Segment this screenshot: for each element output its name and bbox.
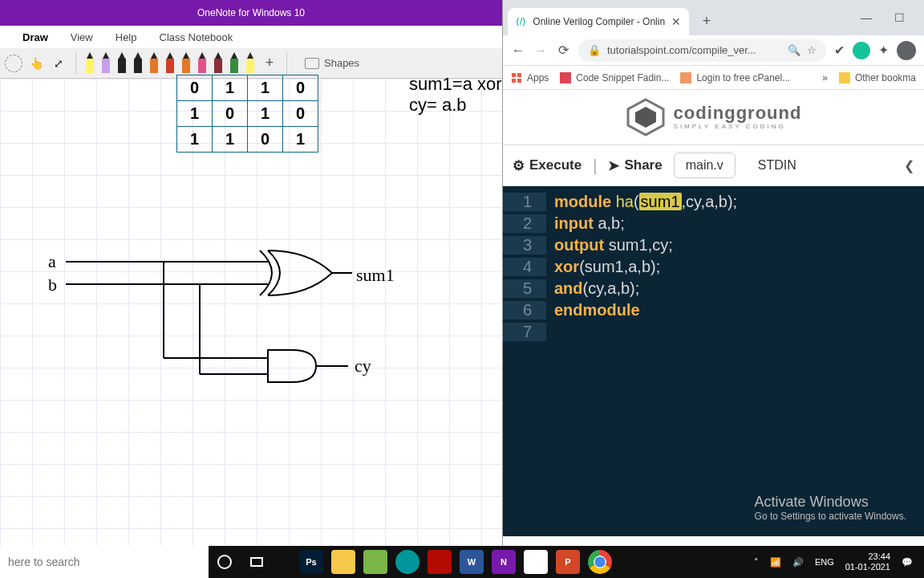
add-pen-icon[interactable]: +: [261, 55, 278, 72]
execute-button[interactable]: ⚙ Execute: [513, 157, 582, 174]
share-button[interactable]: ➤ Share: [608, 157, 662, 174]
pen-black-1[interactable]: [116, 52, 128, 75]
app-arduino[interactable]: [391, 546, 424, 578]
half-adder-circuit: a b sum1 cy: [43, 247, 428, 408]
logo-title: codingground: [674, 104, 802, 122]
bookmarks-bar: Apps Code Snippet Fadin... Login to free…: [503, 66, 924, 90]
tab-stdin[interactable]: STDIN: [747, 153, 808, 177]
search-placeholder: here to search: [8, 556, 80, 568]
chrome-tab-strip: ⟨/⟩ Online Verilog Compiler - Onlin ✕ + …: [503, 0, 924, 35]
code-line-3: 3 output sum1,cy;: [503, 234, 924, 256]
chevron-left-icon[interactable]: ❮: [904, 158, 914, 173]
shapes-button[interactable]: Shapes: [305, 57, 359, 69]
pen-yellow[interactable]: [245, 52, 256, 75]
new-tab-button[interactable]: +: [695, 10, 718, 32]
tab-title: Online Verilog Compiler - Onlin: [533, 16, 665, 27]
taskbar-search[interactable]: here to search: [0, 546, 209, 578]
separator: [75, 52, 76, 75]
code-editor[interactable]: 1 module ha(sum1,cy,a,b); 2 input a,b; 3…: [503, 186, 924, 536]
pen-red[interactable]: [164, 52, 176, 75]
window-controls: — ☐: [861, 11, 924, 24]
pen-maroon[interactable]: [213, 52, 224, 75]
browser-tab[interactable]: ⟨/⟩ Online Verilog Compiler - Onlin ✕: [508, 8, 689, 35]
star-icon[interactable]: ☆: [807, 44, 817, 56]
toolbar-icons: ✔ ✦: [834, 41, 916, 60]
logo-icon: [626, 97, 666, 137]
separator-2: [286, 52, 287, 75]
onenote-canvas[interactable]: 0110 1010 1101 sum1=a xor cy= a.b a b su…: [0, 79, 502, 546]
bookmark-snippet[interactable]: Code Snippet Fadin...: [560, 72, 669, 83]
check-icon[interactable]: ✔: [834, 43, 845, 58]
tab-main-v[interactable]: main.v: [674, 153, 736, 178]
code-line-2: 2 input a,b;: [503, 213, 924, 234]
back-icon[interactable]: ←: [511, 43, 525, 58]
lasso-tool-icon[interactable]: [5, 55, 22, 72]
shape-icon: [305, 58, 319, 69]
minimize-icon[interactable]: —: [861, 11, 872, 24]
insert-space-icon[interactable]: ⤢: [50, 55, 67, 72]
forward-icon: →: [533, 43, 548, 58]
bookmark-other[interactable]: Other bookma: [839, 72, 916, 83]
pen-highlighter-yellow[interactable]: [84, 52, 95, 75]
app-explorer[interactable]: [327, 546, 359, 578]
codingground-logo[interactable]: codingground SIMPLY EASY CODING: [626, 97, 802, 137]
code-line-1: 1 module ha(sum1,cy,a,b);: [503, 191, 924, 213]
app-notepad[interactable]: [520, 546, 552, 578]
code-line-7: 7: [503, 321, 924, 343]
bookmark-apps[interactable]: Apps: [511, 72, 549, 83]
task-view-icon[interactable]: [241, 546, 273, 578]
tab-draw[interactable]: Draw: [22, 31, 48, 43]
bookmark-cpanel[interactable]: Login to free cPanel...: [680, 72, 790, 83]
svg-marker-9: [635, 107, 656, 128]
app-onenote[interactable]: N: [488, 546, 520, 578]
app-photoshop[interactable]: Ps: [295, 546, 327, 578]
table-row: 1010: [177, 101, 318, 127]
pen-highlighter-purple[interactable]: [100, 52, 111, 75]
action-center-icon[interactable]: 💬: [902, 557, 913, 568]
pen-orange[interactable]: [148, 52, 160, 75]
extensions-icon[interactable]: ✦: [878, 43, 889, 58]
onenote-title-bar: OneNote for Windows 10: [0, 0, 502, 26]
pen-black-2[interactable]: [132, 52, 144, 75]
bookmark-overflow-icon[interactable]: »: [822, 72, 828, 83]
app-notepadpp[interactable]: [359, 546, 391, 578]
chrome-window: ⟨/⟩ Online Verilog Compiler - Onlin ✕ + …: [502, 0, 924, 546]
eq-sum1: sum1=a xor: [409, 74, 502, 95]
zoom-icon[interactable]: 🔍: [788, 44, 800, 56]
gear-icon: ⚙: [513, 157, 525, 174]
pen-orange-2[interactable]: [180, 52, 192, 75]
ribbon-tabs: Draw View Help Class Notebook: [0, 26, 502, 48]
activate-windows-watermark: Activate Windows Go to Settings to activ…: [755, 494, 906, 522]
taskbar-clock[interactable]: 23:44 01-01-2021: [845, 552, 890, 572]
tab-favicon-icon: ⟨/⟩: [516, 16, 526, 27]
cortana-icon[interactable]: [209, 546, 241, 578]
grammarly-icon[interactable]: [853, 42, 870, 59]
tab-class-notebook[interactable]: Class Notebook: [160, 31, 233, 43]
code-line-4: 4 xor(sum1,a,b);: [503, 256, 924, 278]
code-line-5: 5 and(cy,a,b);: [503, 278, 924, 299]
app-word[interactable]: W: [456, 546, 488, 578]
tray-overflow-icon[interactable]: ˄: [754, 557, 759, 568]
app-chrome[interactable]: [584, 546, 616, 578]
onenote-title: OneNote for Windows 10: [197, 7, 305, 18]
tab-close-icon[interactable]: ✕: [671, 15, 681, 28]
volume-icon[interactable]: 🔊: [792, 557, 804, 568]
tab-view[interactable]: View: [71, 31, 93, 43]
touch-tool-icon[interactable]: 👆: [27, 55, 45, 72]
wifi-icon[interactable]: 📶: [770, 557, 781, 568]
input-lang[interactable]: ENG: [815, 557, 834, 567]
app-acrobat[interactable]: [424, 546, 456, 578]
equations: sum1=a xor cy= a.b: [409, 74, 502, 116]
pen-pink[interactable]: [197, 52, 208, 75]
maximize-icon[interactable]: ☐: [894, 11, 905, 24]
reload-icon[interactable]: ⟳: [556, 43, 570, 58]
tab-help[interactable]: Help: [116, 31, 137, 43]
pen-green[interactable]: [229, 52, 240, 75]
profile-avatar-icon[interactable]: [897, 41, 916, 60]
logo-subtitle: SIMPLY EASY CODING: [674, 124, 802, 130]
address-bar[interactable]: 🔒 tutorialspoint.com/compile_ver... 🔍 ☆: [578, 39, 826, 62]
share-icon: ➤: [608, 157, 619, 174]
lock-icon: 🔒: [588, 44, 601, 56]
app-powerpoint[interactable]: P: [552, 546, 584, 578]
editor-toolbar: ⚙ Execute | ➤ Share main.v STDIN ❮: [503, 144, 924, 186]
